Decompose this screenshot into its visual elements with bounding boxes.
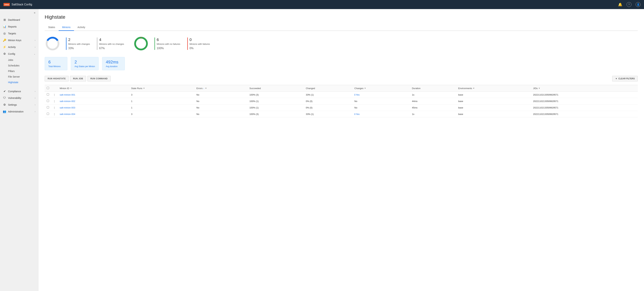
select-all-checkbox[interactable] [47,87,49,89]
row-jids: 20221102133509929571 [531,91,638,98]
minion-id-filter-icon[interactable]: ▼ [70,87,72,89]
sidebar-item-jobs[interactable]: Jobs [0,57,38,63]
failures-label: Minions with failures [190,43,210,45]
settings-icon: ⚙ [3,103,6,106]
vulnerability-icon: 🛡 [3,96,6,100]
no-changes-pct: 67% [99,47,124,50]
tab-activity[interactable]: Activity [74,24,89,31]
notifications-icon[interactable]: 🔔 [618,2,622,7]
table-row: ⋮ salt-minion-004 3 No 100% (3) 33% (1) … [45,111,638,117]
row-jids: 20221102133509929571 [531,98,638,104]
row-menu-button[interactable]: ⋮ [51,111,58,117]
row-checkbox[interactable] [47,93,49,96]
config-icon: ⚙ [3,52,6,55]
row-checkbox[interactable] [47,100,49,102]
topnav-actions: 🔔 ? 👤 [618,2,640,7]
avg-states-label: Avg States per Minion [74,65,95,68]
stat-minions-with-changes: 2 Minions with changes 33% [66,37,90,50]
sidebar-item-label: Reports [8,25,16,28]
sidebar-item-label: Targets [8,32,16,35]
sidebar-item-pillars[interactable]: Pillars [0,68,38,74]
row-menu-button[interactable]: ⋮ [51,91,58,98]
row-menu-button[interactable]: ⋮ [51,104,58,111]
run-highstate-button[interactable]: RUN HIGHSTATE [45,76,68,81]
sidebar-item-reports[interactable]: 📊 Reports [0,23,38,30]
failures-pct: 0% [190,47,210,50]
action-bar: RUN HIGHSTATE RUN JOB RUN COMMAND ▼ CLEA… [45,76,638,81]
sidebar-item-activity[interactable]: ⚡ Activity › [0,44,38,50]
th-menu [51,85,58,91]
metric-avg-states: 2 Avg States per Minion [71,57,98,70]
row-changed: 33% (1) [304,91,352,98]
sidebar-item-targets[interactable]: ◎ Targets [0,30,38,37]
th-duration: Duration [410,85,456,91]
tab-states[interactable]: States [45,24,59,31]
row-changed: 33% (1) [304,111,352,117]
run-command-button[interactable]: RUN COMMAND [88,76,111,81]
environments-filter-icon[interactable]: ▼ [473,87,475,89]
reports-icon: 📊 [3,25,6,28]
chevron-right-icon: › [35,39,36,41]
minion-id-link[interactable]: salt-minion-004 [60,113,75,115]
sidebar-item-minion-keys[interactable]: 🔑 Minion Keys › [0,37,38,44]
row-state-runs: 1 [129,104,194,111]
failures-donut-chart [133,36,149,51]
minion-id-link[interactable]: salt-minion-002 [60,100,75,102]
sidebar-item-config[interactable]: ⚙ Config ⌄ [0,50,38,57]
table-row: ⋮ salt-minion-002 1 No 100% (1) 0% (0) N… [45,98,638,104]
run-job-button[interactable]: RUN JOB [70,76,86,81]
row-checkbox[interactable] [47,106,49,108]
row-state-runs: 1 [129,98,194,104]
help-icon[interactable]: ? [626,2,632,7]
sidebar-item-file-server[interactable]: File Server [0,74,38,79]
clear-filters-button[interactable]: ▼ CLEAR FILTERS [612,76,638,81]
row-checkbox-cell [45,91,51,98]
sidebar-item-label: Settings [8,103,17,106]
minion-id-link[interactable]: salt-minion-003 [60,106,75,109]
page-title: Highstate [45,14,638,20]
dashboard-icon: ⊞ [3,18,6,21]
user-account-icon[interactable]: 👤 [636,2,640,7]
changes-value[interactable]: Yes [356,113,360,115]
minion-id-link[interactable]: salt-minion-001 [60,93,75,96]
sidebar-item-schedules[interactable]: Schedules [0,63,38,68]
row-checkbox[interactable] [47,113,49,115]
changes-value[interactable]: Yes [356,93,360,96]
sidebar-item-compliance[interactable]: ✔ Compliance › [0,88,38,95]
info-icon[interactable]: ℹ [354,93,355,96]
sidebar-item-vulnerability[interactable]: 🛡 Vulnerability › [0,95,38,101]
row-changed: 0% (0) [304,104,352,111]
sidebar-item-administration[interactable]: 👥 Administration › [0,108,38,115]
sidebar-item-settings[interactable]: ⚙ Settings › [0,101,38,108]
changes-count: 2 [68,37,90,42]
state-runs-filter-icon[interactable]: ▼ [143,87,145,89]
jids-filter-icon[interactable]: ▼ [538,87,540,89]
avg-duration-value: 492ms [106,60,121,64]
th-minion-id: Minion ID ▼ [58,85,129,91]
tab-minions[interactable]: Minions [59,24,74,31]
row-checkbox-cell [45,104,51,111]
th-jids: JIDs ▼ [531,85,638,91]
table-header-row: Minion ID ▼ State Runs ▼ Errors ↓ [45,85,638,91]
info-icon[interactable]: ℹ [354,113,355,115]
row-jids: 20221102133509929571 [531,104,638,111]
row-minion-id: salt-minion-004 [58,111,129,117]
sidebar-item-highstate[interactable]: Highstate [0,79,38,85]
chevron-right-icon: › [35,97,36,99]
row-duration: 45ms [410,104,456,111]
sidebar-item-label: Administration [8,110,24,113]
table-row: ⋮ salt-minion-003 1 No 100% (1) 0% (0) N… [45,104,638,111]
changes-value: No [354,100,358,102]
row-menu-button[interactable]: ⋮ [51,98,58,104]
row-minion-id: salt-minion-001 [58,91,129,98]
sidebar-item-dashboard[interactable]: ⊞ Dashboard [0,16,38,23]
sidebar-collapse-button[interactable]: « [0,9,38,16]
metric-cards: 6 Total Minions 2 Avg States per Minion … [45,57,638,70]
changes-filter-icon[interactable]: ▼ [364,87,366,89]
row-succeeded: 100% (1) [247,104,304,111]
errors-filter-icon[interactable]: ▼ [205,87,207,89]
row-duration: 44ms [410,98,456,104]
stat-no-failures: 6 Minions with no failures 100% [154,37,180,50]
stats-section: 2 Minions with changes 33% 4 Minions wit… [45,36,638,51]
errors-sort-icon[interactable]: ↓ [203,87,204,89]
